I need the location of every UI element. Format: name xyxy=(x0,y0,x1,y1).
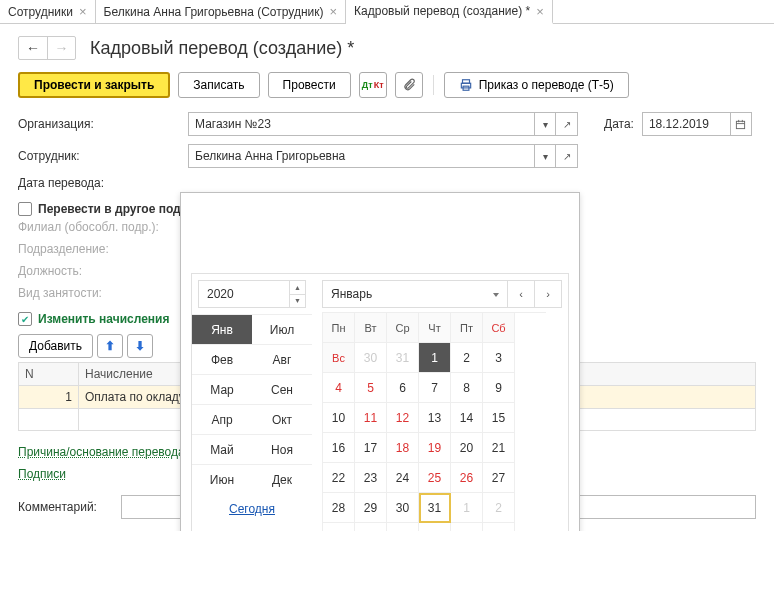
attachments-button[interactable] xyxy=(395,72,423,98)
month-cell[interactable]: Май xyxy=(192,434,252,464)
day-cell[interactable]: 5 xyxy=(355,373,387,403)
day-cell[interactable]: 16 xyxy=(323,433,355,463)
change-accruals-label: Изменить начисления xyxy=(38,312,169,326)
day-cell[interactable]: 19 xyxy=(419,433,451,463)
day-cell[interactable]: 18 xyxy=(387,433,419,463)
signatures-link[interactable]: Подписи xyxy=(18,467,66,481)
day-cell[interactable]: 13 xyxy=(419,403,451,433)
close-icon[interactable]: × xyxy=(329,4,337,19)
move-down-button[interactable]: ⬇ xyxy=(127,334,153,358)
year-up-button[interactable]: ▲ xyxy=(290,281,305,294)
month-cell[interactable]: Фев xyxy=(192,344,252,374)
reason-link[interactable]: Причина/основание перевода xyxy=(18,445,185,459)
day-cell[interactable]: 8 xyxy=(451,373,483,403)
day-cell[interactable]: 21 xyxy=(483,433,515,463)
weekday-header: Сб xyxy=(483,313,515,343)
day-cell[interactable]: 10 xyxy=(323,403,355,433)
day-cell[interactable]: 22 xyxy=(323,463,355,493)
day-cell[interactable]: 17 xyxy=(355,433,387,463)
day-cell[interactable]: 11 xyxy=(355,403,387,433)
date-input[interactable]: 18.12.2019 xyxy=(642,112,730,136)
day-cell[interactable]: 31 xyxy=(419,493,451,523)
day-cell[interactable]: 8 xyxy=(483,523,515,531)
day-cell[interactable]: 29 xyxy=(355,493,387,523)
write-button[interactable]: Записать xyxy=(178,72,259,98)
month-cell[interactable]: Авг xyxy=(252,344,312,374)
dropdown-button[interactable]: ▾ xyxy=(534,112,556,136)
year-selector[interactable]: 2020 ▲ ▼ xyxy=(198,280,306,308)
month-cell[interactable]: Окт xyxy=(252,404,312,434)
day-cell[interactable]: 30 xyxy=(387,493,419,523)
day-cell[interactable]: 2 xyxy=(451,343,483,373)
month-cell[interactable]: Апр xyxy=(192,404,252,434)
day-cell[interactable]: 4 xyxy=(323,373,355,403)
execute-close-button[interactable]: Провести и закрыть xyxy=(18,72,170,98)
tab-employees[interactable]: Сотрудники × xyxy=(0,0,96,23)
day-cell[interactable]: 27 xyxy=(483,463,515,493)
day-cell[interactable]: 6 xyxy=(387,373,419,403)
arrow-up-icon: ⬆ xyxy=(105,339,115,353)
comment-label: Комментарий: xyxy=(18,500,113,514)
day-cell[interactable]: 2 xyxy=(483,493,515,523)
day-cell[interactable]: 5 xyxy=(387,523,419,531)
day-cell[interactable]: 4 xyxy=(355,523,387,531)
back-button[interactable]: ← xyxy=(19,37,47,59)
month-cell[interactable]: Мар xyxy=(192,374,252,404)
close-icon[interactable]: × xyxy=(536,4,544,19)
date-label: Дата: xyxy=(604,117,634,131)
day-cell[interactable]: 3 xyxy=(483,343,515,373)
other-dept-checkbox[interactable] xyxy=(18,202,32,216)
open-button[interactable]: ↗ xyxy=(556,112,578,136)
department-label: Подразделение: xyxy=(18,242,180,256)
day-cell[interactable]: 14 xyxy=(451,403,483,433)
org-input[interactable]: Магазин №23 xyxy=(188,112,534,136)
month-cell[interactable]: Дек xyxy=(252,464,312,494)
tab-employee-card[interactable]: Белкина Анна Григорьевна (Сотрудник) × xyxy=(96,0,346,23)
month-cell[interactable]: Янв xyxy=(192,314,252,344)
month-cell[interactable]: Июн xyxy=(192,464,252,494)
month-cell[interactable]: Ноя xyxy=(252,434,312,464)
day-cell[interactable]: 15 xyxy=(483,403,515,433)
day-cell[interactable]: 24 xyxy=(387,463,419,493)
day-cell[interactable]: 7 xyxy=(451,523,483,531)
day-cell[interactable]: 23 xyxy=(355,463,387,493)
day-cell[interactable]: 25 xyxy=(419,463,451,493)
dt-kt-button[interactable]: ДтКт xyxy=(359,72,387,98)
tab-bar: Сотрудники × Белкина Анна Григорьевна (С… xyxy=(0,0,774,24)
dropdown-button[interactable]: ▾ xyxy=(534,144,556,168)
day-cell[interactable]: 20 xyxy=(451,433,483,463)
month-cell[interactable]: Июл xyxy=(252,314,312,344)
weekday-header: Вт xyxy=(355,313,387,343)
next-month-button[interactable]: › xyxy=(534,280,562,308)
print-order-button[interactable]: Приказ о переводе (Т-5) xyxy=(444,72,629,98)
day-cell[interactable]: 6 xyxy=(419,523,451,531)
day-cell[interactable]: 31 xyxy=(387,343,419,373)
day-cell[interactable]: 1 xyxy=(451,493,483,523)
day-cell[interactable]: 12 xyxy=(387,403,419,433)
date-picker: 2020 ▲ ▼ ЯнвИюлФевАвгМарСенАпрОктМайНояИ… xyxy=(180,192,580,531)
day-cell[interactable]: 30 xyxy=(355,343,387,373)
day-cell[interactable]: 9 xyxy=(483,373,515,403)
today-link[interactable]: Сегодня xyxy=(229,502,275,516)
day-cell[interactable]: 3 xyxy=(323,523,355,531)
tab-transfer[interactable]: Кадровый перевод (создание) * × xyxy=(346,0,553,24)
employee-input[interactable]: Белкина Анна Григорьевна xyxy=(188,144,534,168)
close-icon[interactable]: × xyxy=(79,4,87,19)
transfer-date-label: Дата перевода: xyxy=(18,176,180,190)
calendar-button[interactable] xyxy=(730,112,752,136)
day-cell[interactable]: 26 xyxy=(451,463,483,493)
year-down-button[interactable]: ▼ xyxy=(290,294,305,308)
move-up-button[interactable]: ⬆ xyxy=(97,334,123,358)
month-selector[interactable]: Январь xyxy=(322,280,508,308)
execute-button[interactable]: Провести xyxy=(268,72,351,98)
forward-button[interactable]: → xyxy=(47,37,75,59)
open-button[interactable]: ↗ xyxy=(556,144,578,168)
prev-month-button[interactable]: ‹ xyxy=(507,280,535,308)
add-button[interactable]: Добавить xyxy=(18,334,93,358)
day-cell[interactable]: 28 xyxy=(323,493,355,523)
day-cell[interactable]: 7 xyxy=(419,373,451,403)
day-cell[interactable]: 1 xyxy=(419,343,451,373)
month-cell[interactable]: Сен xyxy=(252,374,312,404)
nav-history: ← → xyxy=(18,36,76,60)
change-accruals-checkbox[interactable] xyxy=(18,312,32,326)
